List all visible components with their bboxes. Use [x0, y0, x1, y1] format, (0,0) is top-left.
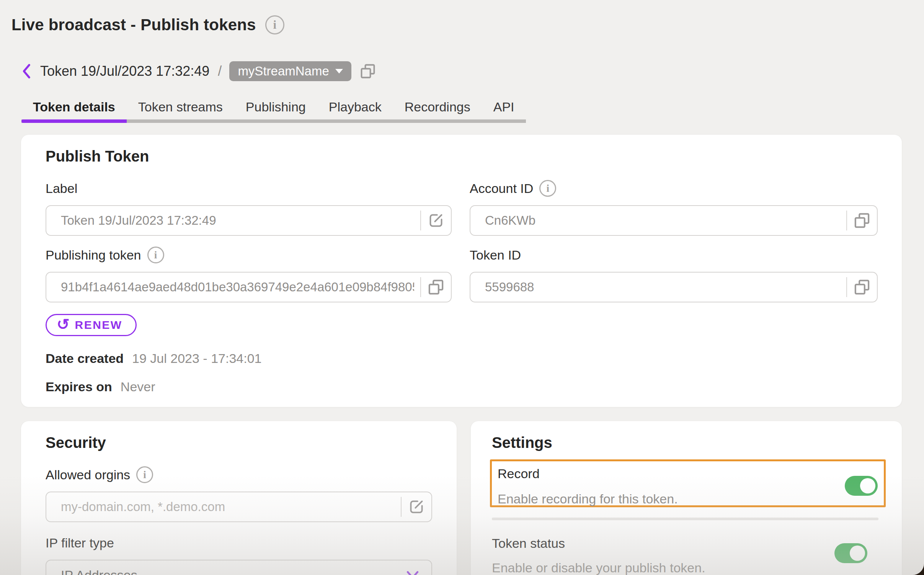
page-header: Live broadcast - Publish tokens: [11, 15, 284, 34]
ip-filter-type-select[interactable]: IP Addresses: [46, 560, 432, 575]
expires-on-row: Expires on Never: [46, 379, 877, 394]
caret-down-icon: [335, 69, 343, 74]
expires-on-value: Never: [121, 379, 155, 394]
date-created-value: 19 Jul 2023 - 17:34:01: [132, 351, 261, 366]
publishing-token-input[interactable]: [46, 280, 420, 294]
copy-account-id-button[interactable]: [847, 206, 877, 235]
renew-button[interactable]: ↺ RENEW: [46, 314, 137, 336]
ip-filter-type-value: IP Addresses: [61, 568, 137, 575]
token-status-label: Token status: [492, 536, 881, 551]
account-id-label: Account ID: [470, 181, 533, 196]
token-id-field: [470, 272, 878, 302]
toggle-knob: [850, 546, 865, 561]
app-screen: Live broadcast - Publish tokens Token 19…: [0, 0, 924, 575]
page-title: Live broadcast - Publish tokens: [11, 16, 256, 34]
token-id-field-group: Token ID: [470, 247, 878, 302]
token-status-setting: Token status Enable or disable your publ…: [492, 536, 881, 575]
stream-name-badge[interactable]: myStreamName: [229, 61, 351, 81]
copy-icon: [853, 278, 871, 296]
allowed-origins-field: [46, 492, 432, 522]
back-chevron-icon[interactable]: [21, 64, 33, 79]
token-status-toggle[interactable]: [834, 543, 867, 563]
copy-icon: [853, 211, 871, 230]
label-input[interactable]: [46, 213, 420, 228]
record-setting-highlight: Record Enable recording for this token.: [490, 459, 886, 507]
settings-divider: [492, 518, 878, 520]
token-id-label: Token ID: [470, 248, 521, 263]
tab-token-details[interactable]: Token details: [21, 96, 127, 119]
expires-on-label: Expires on: [46, 379, 112, 394]
stream-name-label: myStreamName: [238, 64, 329, 78]
account-id-info-icon[interactable]: [539, 180, 556, 197]
copy-token-id-button[interactable]: [847, 273, 877, 302]
copy-stream-name-button[interactable]: [359, 62, 377, 80]
page-title-info-icon[interactable]: [265, 15, 284, 34]
allowed-origins-label: Allowed orgins: [46, 467, 130, 482]
tab-bar: Token details Token streams Publishing P…: [21, 96, 526, 123]
tab-token-streams[interactable]: Token streams: [127, 96, 234, 119]
breadcrumb: Token 19/Jul/2023 17:32:49 / myStreamNam…: [21, 61, 377, 81]
copy-icon: [427, 278, 445, 296]
settings-title: Settings: [492, 435, 881, 450]
copy-publishing-token-button[interactable]: [421, 273, 451, 302]
edit-icon: [427, 212, 445, 229]
allowed-origins-info-icon[interactable]: [136, 466, 153, 483]
account-id-field-group: Account ID: [470, 181, 878, 236]
record-description: Enable recording for this token.: [498, 491, 878, 506]
record-toggle[interactable]: [845, 476, 878, 496]
token-status-description: Enable or disable your publish token.: [492, 560, 881, 575]
toggle-knob: [860, 478, 875, 493]
publishing-token-field-group: Publishing token: [46, 247, 452, 302]
renew-icon: ↺: [57, 317, 70, 332]
account-id-field: [470, 205, 878, 236]
publishing-token-info-icon[interactable]: [147, 247, 164, 263]
publish-token-card: Publish Token Label: [21, 135, 902, 407]
record-label: Record: [498, 466, 878, 481]
tab-api[interactable]: API: [482, 96, 526, 119]
tab-publishing[interactable]: Publishing: [234, 96, 317, 119]
tab-playback[interactable]: Playback: [317, 96, 393, 119]
publish-token-grid: Label Account ID: [46, 181, 877, 302]
security-card: Security Allowed orgins IP filter type I…: [21, 421, 457, 575]
edit-label-button[interactable]: [421, 206, 451, 235]
label-field: [46, 205, 452, 236]
account-id-input[interactable]: [470, 213, 846, 228]
date-created-label: Date created: [46, 351, 124, 366]
tab-recordings[interactable]: Recordings: [393, 96, 482, 119]
ip-filter-type-label: IP filter type: [46, 536, 114, 550]
breadcrumb-token-label[interactable]: Token 19/Jul/2023 17:32:49: [40, 63, 209, 79]
allowed-origins-input[interactable]: [46, 500, 401, 514]
security-title: Security: [46, 435, 432, 450]
date-created-row: Date created 19 Jul 2023 - 17:34:01: [46, 351, 877, 366]
label-field-group: Label: [46, 181, 452, 236]
publishing-token-label: Publishing token: [46, 248, 141, 263]
edit-icon: [408, 498, 425, 516]
publish-token-title: Publish Token: [46, 149, 877, 164]
breadcrumb-separator: /: [218, 63, 222, 79]
edit-allowed-origins-button[interactable]: [402, 492, 431, 521]
publishing-token-field: [46, 272, 452, 302]
copy-icon: [359, 62, 377, 80]
chevron-down-icon: [406, 570, 419, 575]
label-field-label: Label: [46, 181, 77, 196]
renew-button-label: RENEW: [75, 319, 122, 332]
token-id-input[interactable]: [470, 280, 846, 294]
settings-card: Settings Record Enable recording for thi…: [471, 421, 902, 575]
